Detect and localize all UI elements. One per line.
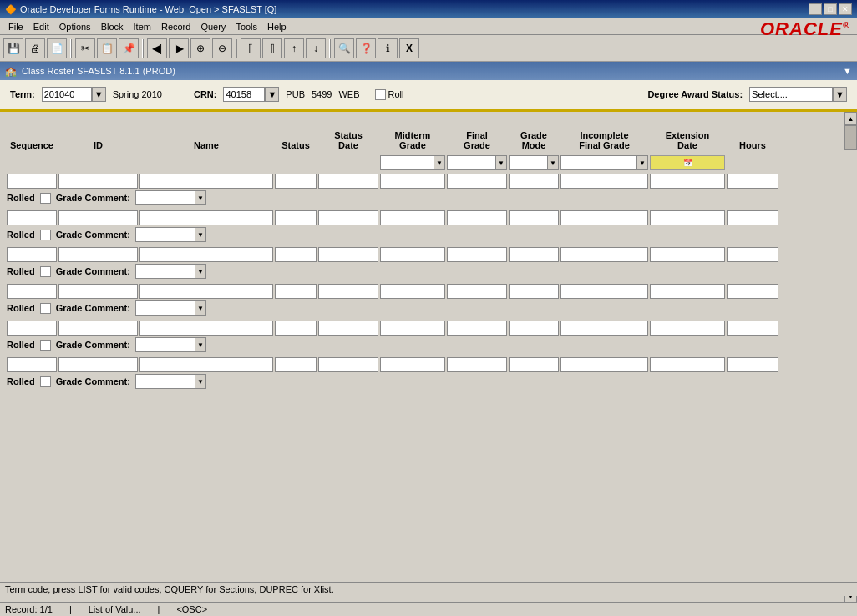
restore-button[interactable]: □ bbox=[824, 3, 837, 15]
scroll-track[interactable] bbox=[844, 125, 857, 589]
grade-comment-input-4[interactable]: ▼ bbox=[135, 300, 206, 316]
id-cell-6[interactable] bbox=[58, 357, 138, 372]
seq-cell-1[interactable] bbox=[7, 174, 57, 189]
extdate-cell-6[interactable] bbox=[650, 357, 725, 372]
grademode-cell-2[interactable] bbox=[509, 210, 559, 225]
grid-scroll-area[interactable]: Sequence ID Name Status StatusDate Midte… bbox=[0, 112, 857, 603]
name-cell-6[interactable] bbox=[139, 357, 273, 372]
status-cell-2[interactable] bbox=[275, 210, 317, 225]
minimize-button[interactable]: _ bbox=[809, 3, 822, 15]
hours-cell-2[interactable] bbox=[727, 210, 778, 225]
grade-comment-input-6[interactable]: ▼ bbox=[135, 374, 206, 389]
final-cell-2[interactable] bbox=[447, 210, 507, 225]
grademode-cell-5[interactable] bbox=[509, 321, 559, 336]
close-button[interactable]: ✕ bbox=[839, 3, 852, 15]
rolled-checkbox-4[interactable] bbox=[40, 303, 51, 314]
midterm-grade-dd-header[interactable]: ▼ bbox=[380, 155, 445, 170]
term-dropdown-btn[interactable]: ▼ bbox=[92, 87, 106, 102]
incomplete-final-dd-header[interactable]: ▼ bbox=[560, 155, 648, 170]
scroll-thumb[interactable] bbox=[844, 125, 857, 150]
toolbar-print-btn[interactable]: 🖨 bbox=[25, 38, 45, 58]
toolbar-nav1-btn[interactable]: ⟦ bbox=[241, 38, 261, 58]
seq-cell-3[interactable] bbox=[7, 247, 57, 262]
seq-cell-4[interactable] bbox=[7, 284, 57, 299]
final-cell-3[interactable] bbox=[447, 247, 507, 262]
scroll-up-btn[interactable]: ▲ bbox=[844, 112, 857, 125]
status-cell-1[interactable] bbox=[275, 174, 317, 189]
extdate-cell-4[interactable] bbox=[650, 284, 725, 299]
crn-dropdown-btn[interactable]: ▼ bbox=[265, 87, 279, 102]
midterm-cell-3[interactable] bbox=[380, 247, 445, 262]
grade-comment-input-5[interactable]: ▼ bbox=[135, 337, 206, 352]
hours-cell-4[interactable] bbox=[727, 284, 778, 299]
menu-item[interactable]: Item bbox=[129, 20, 156, 33]
toolbar-exit-btn[interactable]: X bbox=[399, 38, 419, 58]
incompfinal-cell-6[interactable] bbox=[560, 357, 648, 372]
roll-checkbox[interactable] bbox=[375, 89, 386, 100]
menu-edit[interactable]: Edit bbox=[28, 20, 54, 33]
seq-cell-5[interactable] bbox=[7, 321, 57, 336]
toolbar-info-btn[interactable]: ℹ bbox=[378, 38, 398, 58]
id-cell-4[interactable] bbox=[58, 284, 138, 299]
degree-award-dropdown-btn[interactable]: ▼ bbox=[833, 87, 847, 102]
hours-cell-5[interactable] bbox=[727, 321, 778, 336]
toolbar-findforward-btn[interactable]: |▶ bbox=[169, 38, 189, 58]
incompfinal-cell-5[interactable] bbox=[560, 321, 648, 336]
statusdate-cell-4[interactable] bbox=[318, 284, 378, 299]
id-cell-2[interactable] bbox=[58, 210, 138, 225]
grademode-cell-4[interactable] bbox=[509, 284, 559, 299]
extdate-cell-5[interactable] bbox=[650, 321, 725, 336]
seq-cell-6[interactable] bbox=[7, 357, 57, 372]
grade-mode-dd-header[interactable]: ▼ bbox=[509, 155, 559, 170]
toolbar-insert-btn[interactable]: ⊕ bbox=[190, 38, 210, 58]
toolbar-nav4-btn[interactable]: ↓ bbox=[306, 38, 326, 58]
final-cell-6[interactable] bbox=[447, 357, 507, 372]
midterm-cell-1[interactable] bbox=[380, 174, 445, 189]
name-cell-3[interactable] bbox=[139, 247, 273, 262]
toolbar-help-btn[interactable]: ❓ bbox=[356, 38, 376, 58]
id-cell-1[interactable] bbox=[58, 174, 138, 189]
menu-block[interactable]: Block bbox=[96, 20, 129, 33]
statusdate-cell-2[interactable] bbox=[318, 210, 378, 225]
status-cell-4[interactable] bbox=[275, 284, 317, 299]
toolbar-save-btn[interactable]: 💾 bbox=[3, 38, 23, 58]
grademode-cell-1[interactable] bbox=[509, 174, 559, 189]
status-cell-5[interactable] bbox=[275, 321, 317, 336]
subheader-close-icon[interactable]: ▼ bbox=[843, 66, 852, 76]
final-cell-5[interactable] bbox=[447, 321, 507, 336]
id-cell-5[interactable] bbox=[58, 321, 138, 336]
final-grade-dd-header[interactable]: ▼ bbox=[447, 155, 507, 170]
rolled-checkbox-5[interactable] bbox=[40, 340, 51, 351]
extdate-cell-2[interactable] bbox=[650, 210, 725, 225]
toolbar-paste-btn[interactable]: 📌 bbox=[119, 38, 139, 58]
name-cell-1[interactable] bbox=[139, 174, 273, 189]
incompfinal-cell-4[interactable] bbox=[560, 284, 648, 299]
incompfinal-cell-3[interactable] bbox=[560, 247, 648, 262]
extension-date-cal-header[interactable]: 📅 bbox=[650, 155, 725, 170]
seq-cell-2[interactable] bbox=[7, 210, 57, 225]
menu-help[interactable]: Help bbox=[262, 20, 292, 33]
midterm-cell-6[interactable] bbox=[380, 357, 445, 372]
menu-query[interactable]: Query bbox=[195, 20, 231, 33]
midterm-cell-2[interactable] bbox=[380, 210, 445, 225]
toolbar-new-btn[interactable]: 📄 bbox=[47, 38, 67, 58]
toolbar-nav2-btn[interactable]: ⟧ bbox=[262, 38, 282, 58]
midterm-cell-5[interactable] bbox=[380, 321, 445, 336]
status-cell-6[interactable] bbox=[275, 357, 317, 372]
incompfinal-cell-1[interactable] bbox=[560, 174, 648, 189]
midterm-cell-4[interactable] bbox=[380, 284, 445, 299]
grademode-cell-6[interactable] bbox=[509, 357, 559, 372]
toolbar-query-btn[interactable]: 🔍 bbox=[334, 38, 354, 58]
rolled-checkbox-3[interactable] bbox=[40, 266, 51, 277]
menu-file[interactable]: File bbox=[3, 20, 28, 33]
rolled-checkbox-6[interactable] bbox=[40, 376, 51, 387]
toolbar-nav3-btn[interactable]: ↑ bbox=[284, 38, 304, 58]
rolled-checkbox-2[interactable] bbox=[40, 230, 51, 240]
status-cell-3[interactable] bbox=[275, 247, 317, 262]
grade-comment-input-2[interactable]: ▼ bbox=[135, 227, 206, 242]
statusdate-cell-1[interactable] bbox=[318, 174, 378, 189]
name-cell-5[interactable] bbox=[139, 321, 273, 336]
toolbar-delete-btn[interactable]: ⊖ bbox=[212, 38, 232, 58]
final-cell-1[interactable] bbox=[447, 174, 507, 189]
hours-cell-1[interactable] bbox=[727, 174, 778, 189]
